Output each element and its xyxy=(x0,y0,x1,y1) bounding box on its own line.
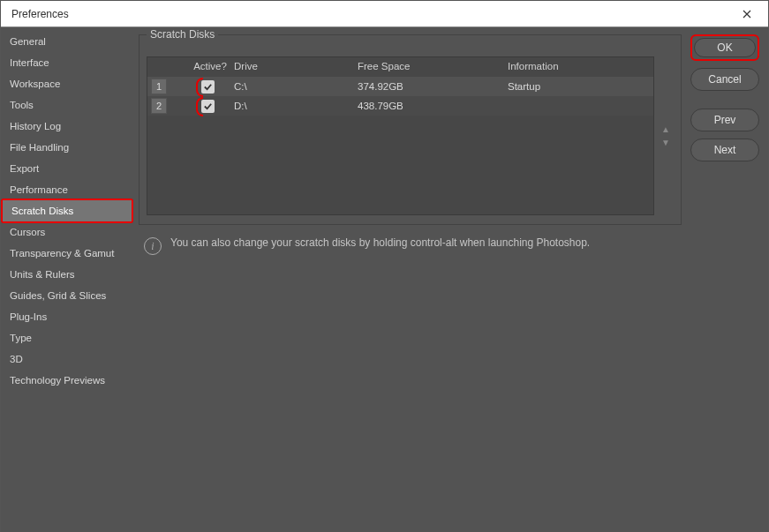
hint-row: i You can also change your scratch disks… xyxy=(139,225,682,266)
hint-text: You can also change your scratch disks b… xyxy=(170,236,590,255)
table-row[interactable]: 1 C:\ 374.92GB Startup xyxy=(147,77,653,96)
active-checkbox[interactable] xyxy=(201,100,215,113)
ok-button[interactable]: OK xyxy=(694,38,756,57)
titlebar: Preferences xyxy=(1,1,768,27)
preferences-dialog: Preferences General Interface Workspace … xyxy=(0,0,769,532)
info-cell: Startup xyxy=(508,81,650,92)
move-down-button[interactable]: ▼ xyxy=(661,138,670,147)
next-button[interactable]: Next xyxy=(690,139,759,161)
drive-cell: C:\ xyxy=(234,81,358,92)
table-headers: Active? Drive Free Space Information xyxy=(147,57,653,77)
sidebar-item-transparency-gamut[interactable]: Transparency & Gamut xyxy=(1,243,133,264)
scratch-disks-table: Active? Drive Free Space Information 1 xyxy=(147,56,654,215)
sidebar-item-tools[interactable]: Tools xyxy=(1,94,133,116)
close-button[interactable] xyxy=(733,2,761,26)
sidebar-item-3d[interactable]: 3D xyxy=(1,348,133,370)
sidebar-item-performance[interactable]: Performance xyxy=(1,179,133,200)
free-space-cell: 374.92GB xyxy=(358,81,508,92)
sidebar-item-plug-ins[interactable]: Plug-Ins xyxy=(1,306,133,327)
active-checkbox[interactable] xyxy=(201,80,215,94)
window-title: Preferences xyxy=(11,8,69,20)
sidebar-item-guides-grid-slices[interactable]: Guides, Grid & Slices xyxy=(1,285,133,306)
header-drive: Drive xyxy=(234,61,358,71)
drive-cell: D:\ xyxy=(234,101,358,111)
sidebar-item-interface[interactable]: Interface xyxy=(1,52,133,73)
sidebar-item-history-log[interactable]: History Log xyxy=(1,116,133,137)
sidebar-item-general[interactable]: General xyxy=(1,31,133,52)
table-row[interactable]: 2 D:\ 438.79GB xyxy=(147,96,653,116)
sidebar-item-file-handling[interactable]: File Handling xyxy=(1,137,133,158)
preferences-sidebar: General Interface Workspace Tools Histor… xyxy=(1,27,133,532)
row-number: 1 xyxy=(151,79,167,94)
row-number: 2 xyxy=(151,98,167,114)
sidebar-item-type[interactable]: Type xyxy=(1,327,133,348)
sidebar-item-cursors[interactable]: Cursors xyxy=(1,221,133,243)
cancel-button[interactable]: Cancel xyxy=(690,68,759,91)
header-free-space: Free Space xyxy=(358,61,508,71)
header-information: Information xyxy=(508,61,650,71)
free-space-cell: 438.79GB xyxy=(358,101,508,111)
sidebar-item-technology-previews[interactable]: Technology Previews xyxy=(1,370,133,391)
info-icon: i xyxy=(144,237,162,255)
move-up-button[interactable]: ▲ xyxy=(661,124,670,134)
sidebar-item-workspace[interactable]: Workspace xyxy=(1,73,133,94)
dialog-buttons: OK Cancel Prev Next xyxy=(690,34,759,525)
sidebar-item-scratch-disks[interactable]: Scratch Disks xyxy=(3,200,132,221)
header-active: Active? xyxy=(181,61,234,71)
sidebar-item-units-rulers[interactable]: Units & Rulers xyxy=(1,264,133,285)
prev-button[interactable]: Prev xyxy=(690,109,759,131)
sidebar-item-export[interactable]: Export xyxy=(1,158,133,179)
scratch-disks-group: Scratch Disks Active? Drive Free Space I… xyxy=(139,34,682,225)
group-title: Scratch Disks xyxy=(147,28,218,41)
